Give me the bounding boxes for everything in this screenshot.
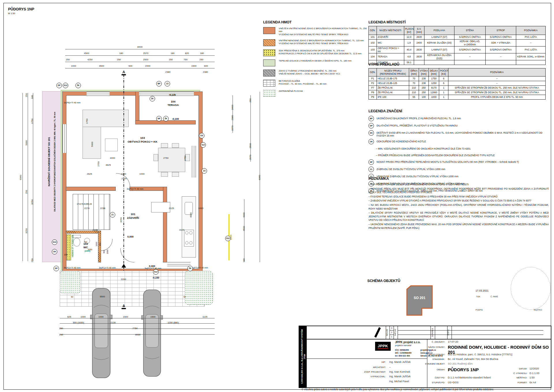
meritko-label: MĚŘÍTKO: bbox=[498, 376, 527, 379]
table-row: 103OBÝVACÍ POKOJ + KK40,42630 LAMINÁT (S… bbox=[369, 46, 546, 53]
elevation-sidebar: 0,000=242,900 m n.m., B.p.v./SOUŘADNICOV… bbox=[299, 326, 307, 387]
symbol-item: – MIN. VZDÁLENOSTI ODKOUŘENÍ OD OKOLNÍCH… bbox=[368, 146, 549, 151]
plan-label: WC bbox=[83, 246, 88, 249]
floor-plan: 8430450018025701808201802504250250250025… bbox=[0, 0, 277, 392]
lintels-legend: VÝPIS PŘEKLADŮ OZN.NÁZEV PRVKU (REFERENČ… bbox=[368, 62, 545, 100]
rooms-table-header: OZN.NÁZEV MÍSTNOSTIPLOCHA [m²]S.V. [mm]P… bbox=[369, 26, 546, 35]
plan-label: 2750 bbox=[98, 161, 100, 167]
symbol-item: BP UKONČOVACÍ BALKONOVÝ PROFIL Z HLINÍKO… bbox=[368, 116, 549, 121]
jppk-logo: JPPK bbox=[375, 342, 391, 351]
symbol-badge-icon bbox=[368, 146, 373, 151]
company-sub: projekční kancelář bbox=[395, 344, 411, 346]
lintels-table: OZN.NÁZEV PRVKU (REFERENČNÍ PRVEK)ŠÍŘKA … bbox=[368, 68, 546, 100]
stupen-value: ÚS+DOS bbox=[448, 381, 458, 384]
objekt-value: SO 201 Rodinný dům bbox=[448, 362, 473, 365]
legend-item-text: ZDIVO Z TVÁRNIC ZTRACENÉHO BEDNĚNÍ, TL. … bbox=[279, 70, 340, 76]
plan-label: 250 bbox=[59, 334, 63, 336]
column-header: STROP bbox=[486, 26, 516, 35]
plan-label: 2500 bbox=[249, 143, 252, 148]
legend-hmot-item: VNITŘNÍ NENOSNÉ ZDIVO Z BROUŠENÝCH KERAM… bbox=[263, 39, 367, 46]
table-row: 104TERASA4,82630 KERAMICKÁ DLAŽBA (S15)–… bbox=[369, 53, 546, 60]
symbol-text: ZÁBRADLÍ SE SVISLOU TYČOVOU VÝPLNÍ, VÝŠK… bbox=[377, 167, 445, 171]
table-row: P8ŽB PRŮVLAK210250 126601SPŘAŽEN SE STRO… bbox=[369, 90, 546, 95]
plan-label: 250 bbox=[31, 258, 33, 262]
symbol-text: NOSNÝ PRVEK PRO PŘERUŠENÍ TEPELNÉHO MOST… bbox=[377, 159, 519, 163]
datum-label: DATUM: bbox=[498, 367, 527, 370]
plan-marker: S12 bbox=[63, 83, 68, 88]
plan-label: 2274 bbox=[84, 207, 89, 210]
misto-label: MÍSTO STAVBY: bbox=[410, 353, 445, 356]
copyright-note: © Všechna práva autora a nositele autors… bbox=[302, 388, 550, 391]
legend-item-text: SDK PŘEDSTĚNA S JEDNODUCHÝM OPLÁŠTĚNÍM, … bbox=[279, 49, 362, 55]
plan-label: 625 bbox=[67, 316, 71, 318]
plan-label: 250 bbox=[66, 59, 70, 61]
notes-list: – TYP POUŽITÝCH SDK DESEK DLE PŘÍSLUŠNÉH… bbox=[368, 183, 549, 230]
legend-hmot-item: SDK PŘEDSTĚNA S JEDNODUCHÝM OPLÁŠTĚNÍM, … bbox=[263, 49, 367, 56]
legend-hmot: LEGENDA HMOT VNĚJŠÍ A VNITŘNÍ NOSNÉ ZDIV… bbox=[263, 20, 367, 100]
nazev-label: NÁZEV STAVBY: bbox=[410, 346, 445, 348]
rooms-table: OZN.NÁZEV MÍSTNOSTIPLOCHA [m²]S.V. [mm]P… bbox=[368, 26, 546, 65]
elevation-note: 0,000=242,900 m n.m., B.p.v./SOUŘADNICOV… bbox=[301, 328, 306, 385]
company-dic: DIČ: CZ06568459 bbox=[395, 352, 411, 354]
schema-title: SCHÉMA OBJEKTŮ bbox=[367, 279, 400, 283]
plan-label: 2750 bbox=[163, 157, 169, 159]
datum-value: 12/2020 bbox=[529, 367, 539, 370]
plan-label: 2200 bbox=[121, 278, 126, 281]
plan-label: 3x(P2)+TI 40 mm bbox=[64, 267, 81, 269]
plan-label: 1000 bbox=[139, 173, 145, 175]
column-header: PLOCHA [m²] bbox=[404, 26, 414, 35]
symbol-badge-icon: NP bbox=[368, 159, 374, 165]
symbol-text: – PRŮMĚR PRŮDUCHU BUDE UPŘESNĚN DODAVATE… bbox=[376, 153, 495, 157]
vykres-label: Č. VÝKRESU: bbox=[498, 372, 527, 375]
plan-label: 250 bbox=[59, 327, 63, 330]
zakazka-value: 17-07-20 bbox=[448, 340, 458, 343]
table-row: 101ZÁDVEŘÍ12,02630 LAMINÁT (S7)SÁDROVÁ O… bbox=[369, 35, 546, 40]
plan-label: 3x(P1)+TI 40 mm bbox=[99, 267, 116, 269]
plan-label: TERASA bbox=[167, 104, 179, 107]
plan-label: 1500 bbox=[123, 316, 128, 318]
plan-label: (2400) bbox=[85, 250, 90, 252]
plan-label: 7750 bbox=[132, 327, 138, 330]
plan-label: ZÁDVEŘÍ bbox=[127, 216, 139, 219]
drawing-sheet: PŮDORYS 1NP M 1:50 bbox=[0, 0, 554, 392]
symbol-item: – PRŮMĚR PRŮDUCHU BUDE UPŘESNĚN DODAVATE… bbox=[368, 153, 549, 158]
zakazka-label: Č. ZAKÁZKY: bbox=[410, 341, 445, 343]
plan-label: 2000 bbox=[145, 65, 150, 67]
rooms-legend-title: LEGENDA MÍSTNOSTÍ bbox=[368, 20, 545, 24]
plan-label: 180 bbox=[171, 52, 174, 55]
plan-marker: ŽK bbox=[163, 116, 169, 122]
plan-marker: DP bbox=[57, 83, 62, 88]
stupen-label: STUPEŇ PD: bbox=[410, 381, 445, 384]
legend-item-text: BETONOVÁ DLAŽBA POCHOZÍ – TL. 60 mm, POJ… bbox=[279, 80, 327, 86]
plan-label: 4000 bbox=[190, 212, 192, 218]
plan-marker: S12 bbox=[153, 269, 159, 275]
plan-label: 1125 bbox=[202, 316, 207, 318]
stamp-circle bbox=[511, 267, 551, 310]
plan-label: 900 bbox=[103, 250, 105, 253]
legend-hmot-item: VNĚJŠÍ A VNITŘNÍ NOSNÉ ZDIVO Z BROUŠENÝC… bbox=[263, 27, 367, 36]
legend-hmot-item: ZDIVO Z TVÁRNIC ZTRACENÉHO BEDNĚNÍ, TL. … bbox=[263, 70, 367, 76]
plan-label: 180 bbox=[31, 95, 33, 99]
symbol-badge-icon: Z1 bbox=[368, 167, 374, 172]
company-ico: IČO: 06568459 bbox=[395, 349, 409, 351]
cast-label: ČÁST PD: bbox=[410, 376, 445, 379]
plan-label: 1500 bbox=[150, 316, 156, 318]
plan-marker: DP bbox=[54, 266, 59, 271]
stavebnik-value: Bc. Ali Yousif, Zahradní 724, 664 56 Blu… bbox=[448, 358, 498, 361]
plan-label: 250 bbox=[199, 59, 203, 61]
column-header: VÝŠKA [mm] bbox=[419, 68, 429, 76]
plan-label: 180 bbox=[119, 52, 123, 55]
legend-item-text: VNĚJŠÍ A VNITŘNÍ NOSNÉ ZDIVO Z BROUŠENÝC… bbox=[279, 27, 367, 36]
plan-label: 3250 bbox=[25, 228, 28, 234]
schema-object-label: SO 201 bbox=[414, 296, 426, 300]
plan-label: 9360 bbox=[259, 175, 261, 180]
plan-label: 1500 bbox=[191, 65, 196, 67]
symbol-item: DP DILATAČNÍ PROFIL, PRŮBĚŽNÝ, PLASTOVÝ … bbox=[368, 123, 549, 128]
title-block: 0,000=242,900 m n.m., B.p.v./SOUŘADNICOV… bbox=[299, 326, 551, 388]
plan-label: 3x(P2)+TI 40 mm bbox=[127, 188, 143, 190]
plan-label: 3500 bbox=[99, 65, 104, 67]
plan-label: 250 bbox=[117, 59, 121, 61]
symbol-text: – MIN. VZDÁLENOSTI ODKOUŘENÍ OD OKOLNÍCH… bbox=[376, 146, 471, 150]
plan-label: 8430 bbox=[135, 334, 141, 336]
plan-label: -0,150 bbox=[152, 277, 159, 279]
